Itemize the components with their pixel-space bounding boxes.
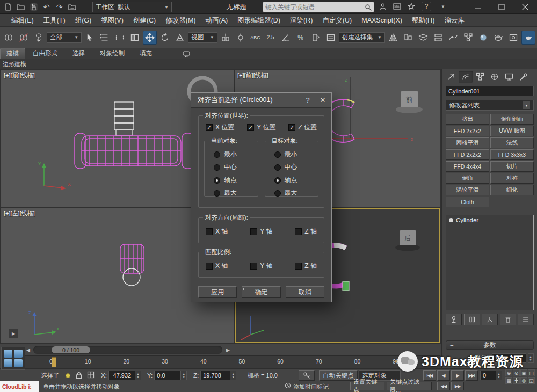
align-icon[interactable]: [401, 31, 415, 45]
select-link-icon[interactable]: [2, 31, 16, 45]
angle-snap-icon[interactable]: [279, 31, 293, 45]
ribbon-toggle-icon[interactable]: [431, 31, 445, 45]
window-crossing-icon[interactable]: [128, 31, 142, 45]
select-and-rotate-icon[interactable]: [158, 31, 172, 45]
add-time-tag-button[interactable]: 添加时间标记: [293, 383, 329, 391]
cloudlib-plugin-badge[interactable]: CloudLib i:: [0, 381, 39, 392]
cancel-button[interactable]: 取消: [286, 286, 324, 298]
maximize-button[interactable]: [490, 0, 513, 14]
modify-tab-icon[interactable]: [459, 71, 473, 83]
mirror-icon[interactable]: [386, 31, 400, 45]
render-setup-icon[interactable]: [491, 31, 505, 45]
configure-modifier-sets-icon[interactable]: [518, 314, 534, 325]
menu-animation[interactable]: 动画(A): [200, 14, 233, 27]
target-maximum-radio[interactable]: 最大: [274, 188, 318, 198]
new-file-icon[interactable]: [2, 2, 13, 12]
ribbon-tab-populate[interactable]: 填充: [132, 48, 159, 59]
modifier-ffd4-button[interactable]: FFD 4x4x4: [446, 161, 489, 172]
menu-customize[interactable]: 自定义(U): [317, 14, 357, 27]
create-tab-icon[interactable]: [444, 71, 458, 83]
current-center-radio[interactable]: 中心: [214, 163, 258, 172]
percent-snap-icon[interactable]: %: [294, 31, 308, 45]
target-pivot-radio[interactable]: 轴点: [274, 176, 318, 185]
bind-spacewarp-icon[interactable]: [32, 31, 46, 45]
snap-toggle-icon[interactable]: 2.5: [264, 31, 278, 45]
modifier-cloth-button[interactable]: Cloth: [446, 197, 489, 207]
hierarchy-tab-icon[interactable]: [473, 71, 487, 83]
x-axis-scale-checkbox[interactable]: X 轴: [206, 262, 228, 271]
menu-views[interactable]: 视图(V): [96, 14, 128, 27]
redo-icon[interactable]: ↷: [54, 2, 65, 12]
dialog-title-bar[interactable]: 对齐当前选择 (Circle001) ? ✕: [191, 93, 331, 108]
menu-maxscript[interactable]: MAXScript(X): [357, 14, 407, 27]
key-filters-button[interactable]: 关键点过滤器...: [387, 382, 432, 390]
next-frame-button[interactable]: ▶▶: [451, 382, 464, 390]
menu-graph-editors[interactable]: 图形编辑器(D): [233, 14, 285, 27]
maximize-viewport-icon[interactable]: ◱: [528, 377, 535, 384]
ribbon-tab-object-paint[interactable]: 对象绘制: [92, 48, 132, 59]
menu-edit[interactable]: 编辑(E): [6, 14, 39, 27]
frame-number-field[interactable]: 0: [480, 371, 496, 380]
previous-key-icon[interactable]: ◀I: [437, 370, 450, 381]
modifier-normal-button[interactable]: 法线: [490, 137, 534, 148]
show-end-result-icon[interactable]: [464, 314, 480, 325]
selection-lock-icon[interactable]: [75, 371, 83, 379]
render-production-icon[interactable]: [521, 31, 535, 45]
help-chevron-icon[interactable]: ▼: [441, 4, 445, 9]
schematic-view-icon[interactable]: [461, 31, 475, 45]
select-and-scale-icon[interactable]: [173, 31, 187, 45]
time-slider-track[interactable]: 0 / 100: [33, 346, 222, 354]
radius-spinner[interactable]: ▲▼: [528, 353, 534, 363]
material-editor-icon[interactable]: [476, 31, 490, 45]
sign-in-icon[interactable]: [379, 3, 387, 10]
object-name-field[interactable]: Cylinder001: [446, 86, 534, 96]
target-center-radio[interactable]: 中心: [274, 163, 318, 172]
next-frame-icon[interactable]: ▶: [224, 346, 231, 354]
select-and-move-icon[interactable]: [143, 31, 157, 45]
x-position-checkbox[interactable]: X 位置: [206, 123, 234, 132]
cloudlib-grid-icon[interactable]: [1, 347, 25, 370]
previous-frame-button[interactable]: ◀◀: [437, 382, 450, 390]
curve-editor-icon[interactable]: [446, 31, 460, 45]
named-selection-sets-dropdown[interactable]: 创建选择集 ▼: [339, 32, 385, 43]
close-button[interactable]: [513, 0, 537, 14]
menu-help[interactable]: 帮助(H): [407, 14, 439, 27]
orbit-icon[interactable]: ◎: [520, 377, 527, 384]
modifier-meshsmooth-button[interactable]: 网格平滑: [446, 137, 489, 148]
auto-key-button[interactable]: 自动关键点: [319, 370, 358, 381]
time-tag-icon[interactable]: [285, 382, 291, 389]
z-spinner[interactable]: ▲▼: [230, 371, 236, 380]
y-position-checkbox[interactable]: Y 位置: [247, 123, 275, 132]
favorites-icon[interactable]: [408, 3, 415, 10]
x-value-field[interactable]: -47.932: [108, 371, 135, 380]
modifier-chamfer-button[interactable]: 倒角: [446, 173, 489, 184]
ribbon-tab-selection[interactable]: 选择: [65, 48, 92, 59]
select-object-icon[interactable]: [83, 31, 97, 45]
modifier-ffd2b-button[interactable]: FFD 2x2x2: [446, 149, 489, 160]
ok-button[interactable]: 确定: [242, 286, 280, 298]
dialog-help-button[interactable]: ?: [300, 93, 315, 108]
select-by-name-icon[interactable]: [98, 31, 112, 45]
current-pivot-radio[interactable]: 轴点: [214, 176, 258, 185]
set-key-button[interactable]: 设置关键点: [350, 382, 384, 390]
search-box[interactable]: [263, 2, 374, 12]
modifier-turbosmooth-button[interactable]: 涡轮平滑: [446, 185, 489, 195]
x-axis-orientation-checkbox[interactable]: X 轴: [206, 227, 228, 236]
selection-filter-dropdown[interactable]: 全部 ▼: [47, 32, 82, 43]
zoom-extents-all-icon[interactable]: ▢: [528, 369, 535, 376]
stack-item-cylinder[interactable]: Cylinder: [456, 217, 478, 223]
reference-coordinate-dropdown[interactable]: 视图 ▼: [188, 32, 217, 43]
open-file-icon[interactable]: [15, 2, 26, 12]
spin-snap-icon[interactable]: [309, 31, 323, 45]
utilities-tab-icon[interactable]: [517, 71, 531, 83]
keyboard-override-icon[interactable]: ABC: [249, 31, 263, 45]
keyboard-shortcut-icon[interactable]: [393, 3, 401, 10]
select-and-manipulate-icon[interactable]: [234, 31, 248, 45]
rendered-frame-window-icon[interactable]: [506, 31, 520, 45]
dialog-close-button[interactable]: ✕: [315, 93, 330, 108]
remove-modifier-icon[interactable]: [500, 314, 516, 325]
unlink-icon[interactable]: [17, 31, 31, 45]
y-axis-scale-checkbox[interactable]: Y 轴: [250, 262, 272, 271]
play-icon[interactable]: ▶: [451, 370, 464, 381]
viewport-left-label[interactable]: [+][左][线框]: [4, 209, 35, 217]
